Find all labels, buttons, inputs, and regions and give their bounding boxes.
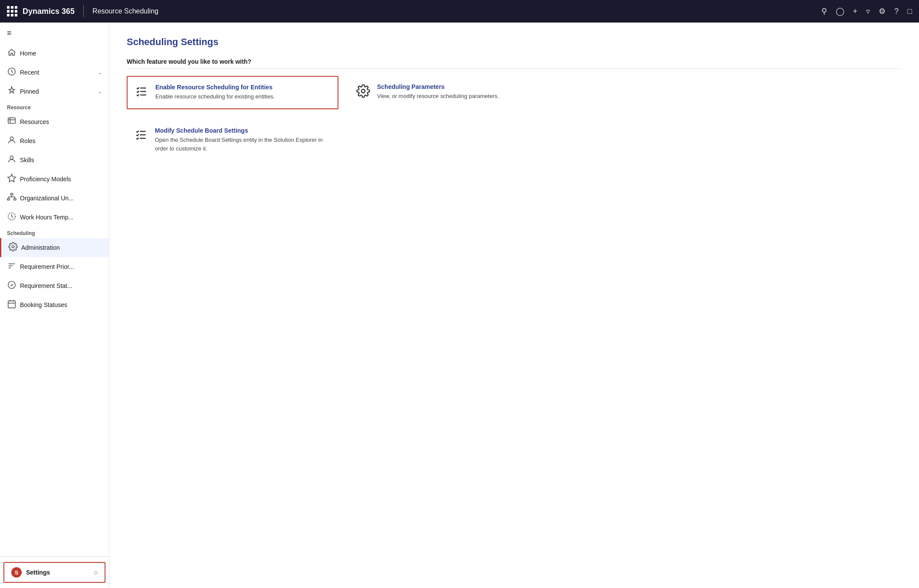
sidebar-section-resource: Resources Roles Skills Proficiency Model…: [0, 112, 109, 227]
main-layout: ≡ Home Recent ⌄ Pinned ⌄: [0, 23, 919, 588]
page-title: Scheduling Settings: [127, 36, 902, 48]
administration-gear-icon: [8, 242, 17, 253]
sidebar-toggle[interactable]: ≡: [0, 23, 109, 44]
svg-rect-1: [8, 118, 16, 124]
sidebar-item-booking[interactable]: Booking Statuses: [0, 295, 109, 314]
sidebar-item-recent-label: Recent: [20, 69, 93, 76]
skills-icon: [7, 154, 16, 166]
feature-card-modify-schedule-board[interactable]: Modify Schedule Board Settings Open the …: [127, 120, 338, 160]
sidebar-item-orgunit[interactable]: Organizational Un...: [0, 189, 109, 208]
sidebar: ≡ Home Recent ⌄ Pinned ⌄: [0, 23, 109, 588]
chat-icon[interactable]: □: [907, 7, 912, 16]
sidebar-item-skills-label: Skills: [20, 157, 102, 163]
feature-card-desc-2: View, or modify resource scheduling para…: [377, 92, 499, 101]
settings-badge: S: [11, 567, 22, 578]
feature-card-title-3: Modify Schedule Board Settings: [155, 127, 331, 134]
sidebar-item-recent[interactable]: Recent ⌄: [0, 63, 109, 82]
feature-grid: Enable Resource Scheduling for Entities …: [127, 76, 561, 160]
settings-bottom-label: Settings: [26, 569, 89, 576]
settings-bottom-chevron: ◇: [94, 569, 98, 575]
feature-card-content-1: Enable Resource Scheduling for Entities …: [155, 84, 275, 101]
sidebar-item-proficiency-label: Proficiency Models: [20, 176, 102, 183]
sidebar-section-nav: Home Recent ⌄ Pinned ⌄: [0, 44, 109, 101]
feature-card-enable-resource-scheduling[interactable]: Enable Resource Scheduling for Entities …: [127, 76, 338, 109]
add-icon[interactable]: +: [853, 7, 858, 16]
help-icon[interactable]: ?: [894, 7, 899, 16]
feature-card-content-2: Scheduling Parameters View, or modify re…: [377, 83, 499, 101]
workhours-icon: [7, 212, 16, 223]
app-grid-icon[interactable]: [7, 6, 17, 16]
sidebar-item-orgunit-label: Organizational Un...: [20, 195, 102, 202]
search-icon[interactable]: ⚲: [821, 7, 827, 16]
svg-rect-7: [10, 193, 13, 195]
sidebar-item-reqstatus[interactable]: Requirement Stat...: [0, 276, 109, 295]
sidebar-bottom: S Settings ◇: [0, 556, 109, 588]
sidebar-item-administration[interactable]: Administration: [0, 238, 109, 257]
svg-rect-9: [14, 199, 16, 200]
svg-point-27: [361, 89, 365, 93]
section-label-resource: Resource: [0, 101, 109, 112]
sidebar-item-reqpriority[interactable]: Requirement Prior...: [0, 257, 109, 276]
roles-icon: [7, 135, 16, 147]
resources-icon: [7, 116, 16, 127]
svg-point-15: [12, 245, 14, 248]
sidebar-item-workhours[interactable]: Work Hours Temp...: [0, 208, 109, 227]
sidebar-section-scheduling: Administration Requirement Prior... Requ…: [0, 238, 109, 314]
top-nav-icons: ⚲ ◯ + ▿ ⚙ ? □: [821, 7, 912, 16]
content-area: Scheduling Settings Which feature would …: [109, 23, 919, 588]
feature-card-desc-3: Open the Schedule Board Settings entity …: [155, 136, 331, 153]
svg-point-4: [10, 137, 13, 140]
sidebar-item-workhours-label: Work Hours Temp...: [20, 214, 102, 221]
checklist-icon-1: [135, 85, 148, 101]
gear-icon-large: [356, 84, 370, 101]
module-name: Resource Scheduling: [92, 7, 816, 15]
reqstatus-icon: [7, 280, 16, 291]
recent-chevron: ⌄: [98, 69, 102, 75]
proficiency-icon: [7, 173, 16, 185]
section-question: Which feature would you like to work wit…: [127, 58, 902, 69]
sidebar-item-home-label: Home: [20, 50, 102, 57]
sidebar-item-pinned-label: Pinned: [20, 88, 93, 95]
orgunit-icon: [7, 193, 16, 204]
sidebar-item-proficiency[interactable]: Proficiency Models: [0, 170, 109, 189]
svg-rect-20: [8, 301, 16, 308]
settings-icon[interactable]: ⚙: [879, 7, 886, 16]
sidebar-item-booking-label: Booking Statuses: [20, 301, 102, 308]
sidebar-item-roles-label: Roles: [20, 137, 102, 144]
feature-card-scheduling-parameters[interactable]: Scheduling Parameters View, or modify re…: [349, 76, 561, 109]
sidebar-item-resources-label: Resources: [20, 118, 102, 125]
recent-icon: [7, 67, 16, 78]
svg-point-5: [10, 156, 13, 159]
feature-card-title-1: Enable Resource Scheduling for Entities: [155, 84, 275, 91]
nav-divider: [83, 5, 84, 17]
feature-card-desc-1: Enable resource scheduling for existing …: [155, 92, 275, 101]
feature-card-title-2: Scheduling Parameters: [377, 83, 499, 90]
sidebar-item-reqpriority-label: Requirement Prior...: [20, 263, 102, 270]
pin-icon: [7, 86, 16, 97]
svg-marker-6: [8, 174, 16, 182]
top-nav: Dynamics 365 Resource Scheduling ⚲ ◯ + ▿…: [0, 0, 919, 23]
pinned-chevron: ⌄: [98, 88, 102, 95]
home-icon: [7, 48, 16, 59]
sidebar-item-resources[interactable]: Resources: [0, 112, 109, 131]
settings-bottom-item[interactable]: S Settings ◇: [3, 562, 105, 583]
sidebar-item-roles[interactable]: Roles: [0, 131, 109, 150]
sidebar-item-administration-label: Administration: [21, 244, 102, 251]
sidebar-item-home[interactable]: Home: [0, 44, 109, 63]
sidebar-item-skills[interactable]: Skills: [0, 150, 109, 170]
booking-icon: [7, 299, 16, 310]
feature-card-content-3: Modify Schedule Board Settings Open the …: [155, 127, 331, 153]
sidebar-item-reqstatus-label: Requirement Stat...: [20, 282, 102, 289]
reqpriority-icon: [7, 261, 16, 272]
brand-name: Dynamics 365: [23, 7, 75, 16]
lightbulb-icon[interactable]: ◯: [836, 7, 844, 16]
section-label-scheduling: Scheduling: [0, 227, 109, 238]
checklist-icon-2: [134, 128, 148, 145]
svg-rect-8: [7, 199, 10, 200]
sidebar-item-pinned[interactable]: Pinned ⌄: [0, 82, 109, 101]
filter-icon[interactable]: ▿: [866, 7, 870, 16]
